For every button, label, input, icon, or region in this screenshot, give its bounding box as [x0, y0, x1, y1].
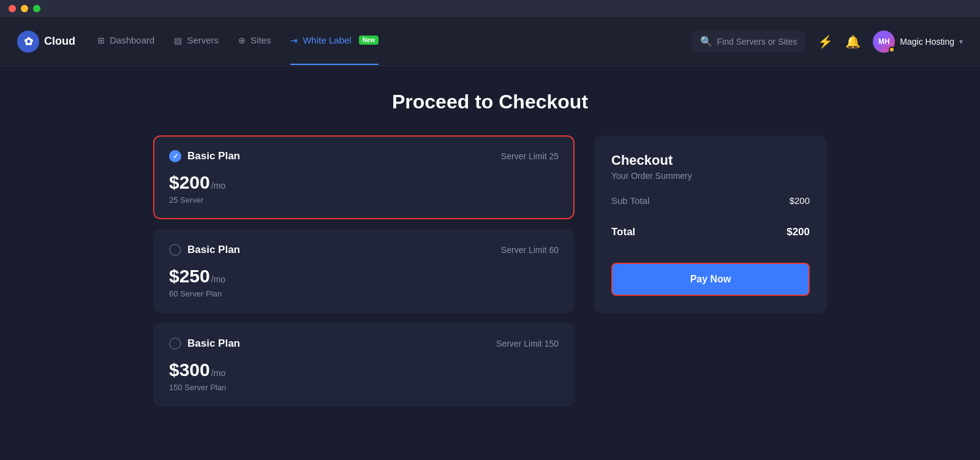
- plan-limit-3: Server Limit 150: [496, 339, 559, 349]
- pay-now-button[interactable]: Pay Now: [611, 263, 810, 296]
- plan-price-3: $300: [169, 360, 210, 380]
- logo-text: Cloud: [44, 35, 75, 48]
- plan-header-1: Basic Plan Server Limit 25: [169, 150, 559, 162]
- whitelabel-icon: ⇥: [290, 36, 298, 45]
- radio-selected-1: [169, 150, 181, 162]
- total-value: $200: [786, 226, 810, 238]
- plan-price-row-2: $250 /mo: [169, 266, 559, 287]
- plan-description-3: 150 Server Plan: [169, 383, 559, 392]
- plan-name-row-1: Basic Plan: [169, 150, 240, 162]
- nav-links: ⊞ Dashboard ▤ Servers ⊕ Sites ⇥ White La…: [97, 35, 692, 48]
- plan-name-1: Basic Plan: [187, 150, 240, 162]
- new-badge: New: [359, 36, 379, 45]
- plan-card-basic-150[interactable]: Basic Plan Server Limit 150 $300 /mo 150…: [153, 323, 575, 407]
- search-placeholder: Find Servers or Sites: [717, 37, 797, 47]
- notification-icon[interactable]: 🔔: [845, 34, 861, 49]
- plan-limit-2: Server Limit 60: [501, 245, 559, 255]
- subtotal-row: Sub Total $200: [611, 195, 810, 206]
- plan-period-3: /mo: [211, 368, 225, 378]
- plan-name-2: Basic Plan: [187, 244, 240, 256]
- radio-unselected-3: [169, 337, 181, 350]
- search-icon: 🔍: [700, 36, 712, 47]
- activity-icon[interactable]: ⚡: [818, 34, 833, 49]
- nav-item-dashboard[interactable]: ⊞ Dashboard: [97, 35, 154, 48]
- close-button[interactable]: [9, 5, 16, 12]
- checkout-layout: Basic Plan Server Limit 25 $200 /mo 25 S…: [153, 135, 827, 407]
- plan-card-basic-25[interactable]: Basic Plan Server Limit 25 $200 /mo 25 S…: [153, 135, 575, 219]
- navbar: ✿ Cloud ⊞ Dashboard ▤ Servers ⊕ Sites ⇥ …: [0, 17, 980, 66]
- plan-period-2: /mo: [211, 274, 225, 284]
- servers-icon: ▤: [174, 36, 182, 45]
- nav-item-servers[interactable]: ▤ Servers: [174, 35, 219, 48]
- dashboard-icon: ⊞: [97, 36, 105, 45]
- main-content: Proceed to Checkout Basic Plan Server Li…: [0, 66, 980, 460]
- maximize-button[interactable]: [33, 5, 40, 12]
- page-title: Proceed to Checkout: [392, 91, 588, 113]
- plan-name-3: Basic Plan: [187, 337, 240, 350]
- chevron-down-icon: ▾: [959, 37, 963, 46]
- plan-name-row-3: Basic Plan: [169, 337, 240, 350]
- subtotal-value: $200: [790, 195, 810, 206]
- avatar: MH: [873, 31, 895, 53]
- checkout-subtitle: Your Order Summery: [611, 171, 810, 181]
- logo[interactable]: ✿ Cloud: [17, 31, 75, 53]
- window-chrome: [0, 0, 980, 17]
- plan-price-2: $250: [169, 266, 210, 287]
- plan-card-basic-60[interactable]: Basic Plan Server Limit 60 $250 /mo 60 S…: [153, 229, 575, 313]
- plan-header-3: Basic Plan Server Limit 150: [169, 337, 559, 350]
- nav-label-servers: Servers: [187, 35, 219, 45]
- plan-name-row-2: Basic Plan: [169, 244, 240, 256]
- plan-description-2: 60 Server Plan: [169, 289, 559, 298]
- plan-limit-1: Server Limit 25: [501, 151, 559, 161]
- plan-description-1: 25 Server: [169, 195, 559, 205]
- plan-period-1: /mo: [211, 181, 225, 190]
- checkout-card: Checkout Your Order Summery Sub Total $2…: [594, 135, 827, 313]
- navbar-right: 🔍 Find Servers or Sites ⚡ 🔔 MH Magic Hos…: [692, 31, 963, 53]
- plan-price-row-1: $200 /mo: [169, 172, 559, 193]
- minimize-button[interactable]: [21, 5, 28, 12]
- online-dot: [889, 47, 895, 53]
- plan-price-row-3: $300 /mo: [169, 360, 559, 380]
- divider: [611, 216, 810, 216]
- radio-unselected-2: [169, 244, 181, 256]
- user-name: Magic Hosting: [900, 37, 954, 47]
- total-label: Total: [611, 226, 635, 238]
- sites-icon: ⊕: [238, 36, 246, 45]
- subtotal-label: Sub Total: [611, 195, 649, 206]
- nav-item-sites[interactable]: ⊕ Sites: [238, 35, 271, 48]
- nav-item-whitelabel[interactable]: ⇥ White Label New: [290, 35, 379, 48]
- plan-header-2: Basic Plan Server Limit 60: [169, 244, 559, 256]
- nav-label-sites: Sites: [251, 35, 271, 45]
- checkout-title: Checkout: [611, 153, 810, 168]
- search-box[interactable]: 🔍 Find Servers or Sites: [692, 31, 806, 52]
- plan-price-1: $200: [169, 172, 210, 193]
- nav-label-whitelabel: White Label: [303, 35, 351, 45]
- logo-icon: ✿: [17, 31, 39, 53]
- plans-column: Basic Plan Server Limit 25 $200 /mo 25 S…: [153, 135, 575, 407]
- total-row: Total $200: [611, 226, 810, 238]
- nav-label-dashboard: Dashboard: [110, 35, 154, 45]
- user-info[interactable]: MH Magic Hosting ▾: [873, 31, 963, 53]
